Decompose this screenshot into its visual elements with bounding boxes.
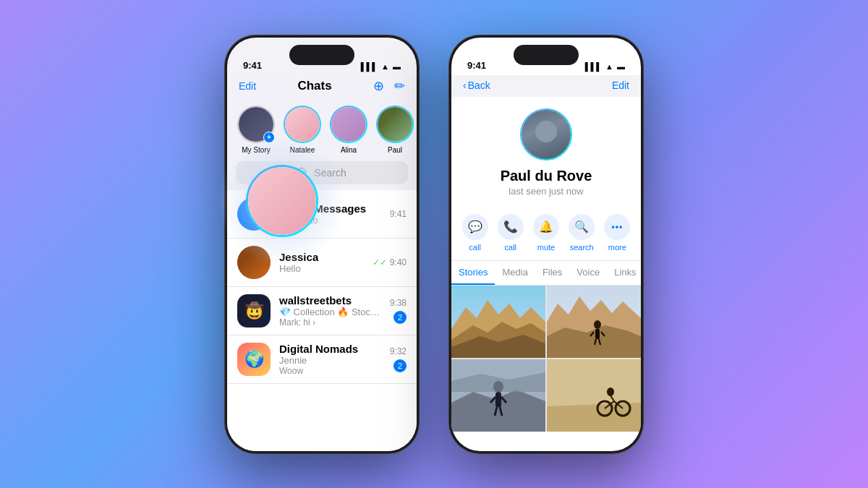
chat-name-nomads: Digital Nomads xyxy=(279,343,381,355)
story-thumb-2[interactable] xyxy=(547,286,641,358)
profile-avatar-ring xyxy=(520,108,572,160)
action-buttons: 💬 call 📞 call 🔔 mute 🔍 search ••• more xyxy=(451,205,641,261)
battery-icon: ▬ xyxy=(393,62,401,71)
profile-status: last seen just now xyxy=(509,186,583,197)
dynamic-island-left xyxy=(289,45,354,65)
chats-title: Chats xyxy=(297,79,331,93)
svg-point-21 xyxy=(607,388,614,396)
wifi-icon-right: ▲ xyxy=(605,62,613,71)
signal-icon-right: ▌▌▌ xyxy=(585,62,602,71)
action-mute[interactable]: 🔔 mute xyxy=(529,214,563,252)
mute-icon: 🔔 xyxy=(533,214,559,240)
chat-preview-nomads-sub: Woow xyxy=(279,366,381,376)
tab-stories[interactable]: Stories xyxy=(451,261,495,285)
call-icon: 📞 xyxy=(498,214,524,240)
chat-item-wsb[interactable]: 🤠 wallstreetbets 💎 Collection 🔥 Stocks 🐻… xyxy=(227,287,417,335)
profile-name: Paul du Rove xyxy=(501,168,592,184)
status-time-right: 9:41 xyxy=(467,60,486,71)
profile-tabs: Stories Media Files Voice Links GIFs xyxy=(451,261,641,286)
tab-links[interactable]: Links xyxy=(607,261,641,285)
stories-grid xyxy=(451,286,641,432)
chat-preview-wsb-sub: Mark: hi › xyxy=(279,317,381,328)
chevron-left-icon: ‹ xyxy=(463,80,467,91)
chat-badge-nomads: 2 xyxy=(393,359,407,372)
action-more-label: more xyxy=(608,243,626,252)
phone-left: 9:41 ▌▌▌ ▲ ▬ Edit Chats ⊕ ✏ xyxy=(224,35,420,454)
chat-badge-wsb: 2 xyxy=(393,311,407,324)
chat-avatar-wsb: 🤠 xyxy=(237,294,271,328)
chat-content-wsb: wallstreetbets 💎 Collection 🔥 Stocks 🐻 M… xyxy=(279,294,381,328)
phone-right: 9:41 ▌▌▌ ▲ ▬ ‹ Back Edit xyxy=(448,35,644,454)
edit-button-left[interactable]: Edit xyxy=(239,80,256,92)
battery-icon-right: ▬ xyxy=(617,62,625,71)
zoom-avatar-natalee xyxy=(246,165,318,237)
wifi-icon: ▲ xyxy=(381,62,389,71)
new-group-icon[interactable]: ⊕ xyxy=(373,78,384,94)
nav-icons-left: ⊕ ✏ xyxy=(373,78,405,94)
chat-meta-jessica: ✓✓ 9:40 xyxy=(373,257,407,267)
action-mute-label: mute xyxy=(537,243,555,252)
tab-files[interactable]: Files xyxy=(535,261,569,285)
tab-media[interactable]: Media xyxy=(495,261,535,285)
back-button[interactable]: ‹ Back xyxy=(463,80,490,91)
chat-avatar-nomads: 🌍 xyxy=(237,343,271,376)
action-search-label: search xyxy=(570,243,594,252)
profile-nav: ‹ Back Edit xyxy=(451,75,641,97)
story-label-alina: Alina xyxy=(341,146,357,154)
chat-time-saved: 9:41 xyxy=(390,209,407,219)
chat-preview-wsb: 💎 Collection 🔥 Stocks 🐻 Memes... xyxy=(279,307,381,317)
story-avatar-alina xyxy=(330,106,367,143)
story-thumb-3[interactable] xyxy=(451,359,545,432)
chat-item-nomads[interactable]: 🌍 Digital Nomads Jennie Woow 9:32 2 xyxy=(227,335,417,384)
chat-time-wsb: 9:38 xyxy=(390,298,407,308)
svg-rect-3 xyxy=(595,329,600,339)
action-call[interactable]: 📞 call xyxy=(494,214,527,252)
chat-meta-wsb: 9:38 2 xyxy=(390,298,407,324)
search-icon-profile: 🔍 xyxy=(569,214,595,240)
chat-name-wsb: wallstreetbets xyxy=(279,294,381,307)
more-icon: ••• xyxy=(604,214,630,240)
chat-time-jessica: ✓✓ 9:40 xyxy=(373,257,407,267)
story-thumb-1[interactable] xyxy=(451,286,545,358)
action-more[interactable]: ••• more xyxy=(600,214,634,252)
chat-preview-nomads: Jennie xyxy=(279,355,381,366)
message-icon: 💬 xyxy=(462,214,488,240)
story-item-alina[interactable]: Alina xyxy=(330,106,367,154)
profile-avatar xyxy=(522,110,571,159)
chat-content-nomads: Digital Nomads Jennie Woow xyxy=(279,343,381,376)
dynamic-island-right xyxy=(514,45,579,65)
profile-section: Paul du Rove last seen just now xyxy=(451,97,641,205)
status-time-left: 9:41 xyxy=(243,60,262,71)
nav-bar-left: Edit Chats ⊕ ✏ xyxy=(227,75,417,100)
action-message-label: call xyxy=(469,243,481,252)
chat-meta-nomads: 9:32 2 xyxy=(390,346,407,372)
status-icons-left: ▌▌▌ ▲ ▬ xyxy=(361,62,401,71)
check-icon-jessica: ✓✓ xyxy=(373,257,387,267)
compose-icon[interactable]: ✏ xyxy=(394,78,405,94)
action-message[interactable]: 💬 call xyxy=(459,214,492,252)
svg-rect-10 xyxy=(495,393,501,407)
signal-icon: ▌▌▌ xyxy=(361,62,378,71)
tab-voice[interactable]: Voice xyxy=(569,261,607,285)
edit-button-right[interactable]: Edit xyxy=(612,80,629,91)
story-thumb-4[interactable] xyxy=(547,359,641,432)
story-avatar-paul xyxy=(376,106,414,143)
chat-time-nomads: 9:32 xyxy=(390,346,407,356)
action-search[interactable]: 🔍 search xyxy=(565,214,598,252)
chat-meta-saved: 9:41 xyxy=(390,209,407,219)
svg-point-2 xyxy=(594,320,601,329)
story-label-paul: Paul xyxy=(388,146,402,154)
status-icons-right: ▌▌▌ ▲ ▬ xyxy=(585,62,625,71)
story-item-paul[interactable]: Paul xyxy=(376,106,414,154)
action-call-label: call xyxy=(505,243,517,252)
